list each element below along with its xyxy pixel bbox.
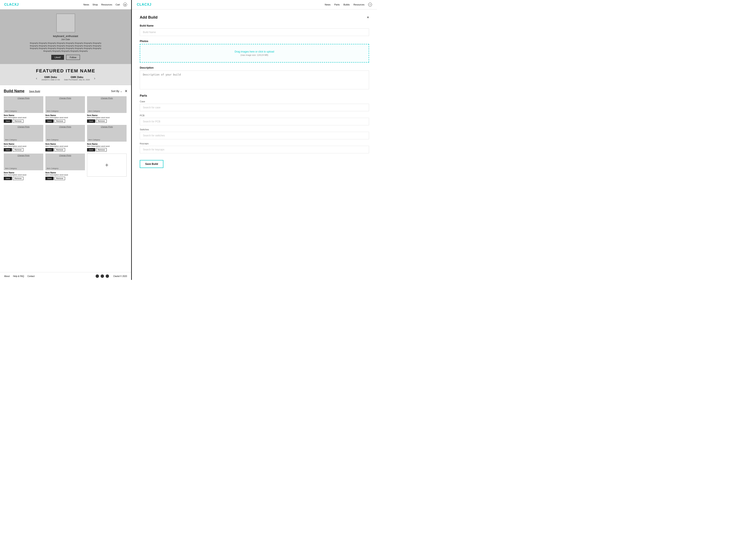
change-photo-7[interactable]: Change Photo <box>59 154 71 157</box>
case-search-input[interactable] <box>140 104 369 111</box>
item-photo-7: Change Photo Item Category <box>45 154 85 170</box>
liked-button[interactable]: Liked! <box>51 55 64 60</box>
right-logo: CLACXJ <box>137 3 152 6</box>
left-logo: CLACXJ <box>4 3 19 6</box>
change-photo-0[interactable]: Change Photo <box>18 97 30 99</box>
item-desc-7: Item Description woot woot <box>45 174 85 176</box>
featured-item-left-name: GMK Deku <box>41 76 60 79</box>
pcb-group: PCB <box>140 114 369 125</box>
build-header: Build Name Save Build Sort By ⌄ ✕ <box>4 89 127 93</box>
description-label: Description <box>140 66 369 69</box>
build-close-button[interactable]: ✕ <box>125 89 127 93</box>
item-photo-3: Change Photo Item Category <box>4 125 43 142</box>
save-build-link[interactable]: Save Build <box>29 90 40 93</box>
logo-text: CLAC <box>4 3 14 6</box>
save-item-4[interactable]: Save <box>45 148 54 152</box>
footer-about[interactable]: About <box>4 275 9 277</box>
save-build-button[interactable]: Save Build <box>140 160 163 168</box>
featured-item-right: GMK Deku Date Purchased: July 20, 2020 <box>64 76 90 81</box>
footer-help[interactable]: Help & FAQ <box>13 275 24 277</box>
item-card: Change Photo Item Category Item Name Ite… <box>4 125 43 152</box>
logo-x: X <box>14 3 17 6</box>
pcb-search-input[interactable] <box>140 118 369 125</box>
description-input[interactable] <box>140 71 369 89</box>
footer: About Help & FAQ Contact Clackd © 2020 <box>0 272 131 280</box>
switches-group: Switches <box>140 128 369 139</box>
featured-next-arrow[interactable]: › <box>94 76 95 81</box>
right-nav-resources[interactable]: Resources <box>353 3 364 6</box>
username: keyboard_enthusiast <box>53 35 78 38</box>
right-nav-parts[interactable]: Parts <box>334 3 340 6</box>
switches-search-input[interactable] <box>140 132 369 139</box>
keycaps-search-input[interactable] <box>140 146 369 153</box>
instagram-icon[interactable] <box>101 275 104 278</box>
remove-item-4[interactable]: Remove <box>54 148 65 152</box>
nav-link-news[interactable]: News <box>83 3 89 6</box>
remove-item-1[interactable]: Remove <box>54 119 65 123</box>
save-item-7[interactable]: Save <box>45 177 54 180</box>
item-name-0: Item Name <box>4 114 43 117</box>
save-item-6[interactable]: Save <box>4 177 12 180</box>
add-build-modal: Add Build × Build Name Photos Drag image… <box>132 9 377 280</box>
change-photo-2[interactable]: Change Photo <box>101 97 113 99</box>
save-item-1[interactable]: Save <box>45 119 54 123</box>
item-name-5: Item Name <box>87 143 126 145</box>
remove-item-3[interactable]: Remove <box>13 148 24 152</box>
nav-link-shop[interactable]: Shop <box>93 3 98 6</box>
facebook-icon[interactable] <box>96 275 99 278</box>
add-item-button[interactable]: + <box>87 154 126 177</box>
sort-by-label: Sort By <box>111 90 119 93</box>
item-name-3: Item Name <box>4 143 43 145</box>
keycaps-label: Keycaps <box>140 142 369 145</box>
nav-link-cart[interactable]: Cart <box>116 3 120 6</box>
pcb-label: PCB <box>140 114 369 117</box>
remove-item-6[interactable]: Remove <box>13 177 24 180</box>
change-photo-4[interactable]: Change Photo <box>59 126 71 128</box>
twitter-icon[interactable] <box>106 275 109 278</box>
item-name-2: Item Name <box>87 114 126 117</box>
item-name-1: Item Name <box>45 114 85 117</box>
search-icon[interactable]: ⚬ <box>368 3 372 6</box>
modal-close-button[interactable]: × <box>367 15 369 20</box>
item-photo-1: Change Photo Item Category <box>45 96 85 113</box>
save-item-3[interactable]: Save <box>4 148 12 152</box>
profile-section: keyboard_enthusiast Join Date Biography … <box>0 9 131 64</box>
change-photo-1[interactable]: Change Photo <box>59 97 71 99</box>
right-nav-news[interactable]: News <box>325 3 331 6</box>
remove-item-0[interactable]: Remove <box>13 119 24 123</box>
remove-item-5[interactable]: Remove <box>96 148 107 152</box>
avatar <box>56 14 75 33</box>
case-label: Case <box>140 100 369 103</box>
photo-upload-area[interactable]: Drag images here or click to upload (max… <box>140 44 369 63</box>
build-name-input[interactable] <box>140 28 369 36</box>
save-item-0[interactable]: Save <box>4 119 12 123</box>
footer-links: About Help & FAQ Contact <box>4 275 35 277</box>
left-panel: CLACXJ News Shop Resources Cart ● keyboa… <box>0 0 132 280</box>
remove-item-2[interactable]: Remove <box>96 119 107 123</box>
chevron-down-icon: ⌄ <box>120 90 122 93</box>
bio-text: Biography Biography Biography Biography … <box>26 42 105 52</box>
right-nav-builds[interactable]: Builds <box>343 3 350 6</box>
nav-link-resources[interactable]: Resources <box>101 3 112 6</box>
change-photo-6[interactable]: Change Photo <box>18 154 30 157</box>
join-date: Join Date <box>61 38 70 41</box>
user-icon[interactable]: ● <box>123 3 127 6</box>
save-item-5[interactable]: Save <box>87 148 95 152</box>
item-buttons-5: Save Remove <box>87 148 126 152</box>
change-photo-3[interactable]: Change Photo <box>18 126 30 128</box>
remove-item-7[interactable]: Remove <box>54 177 65 180</box>
footer-contact[interactable]: Contact <box>27 275 35 277</box>
item-card: Change Photo Item Category Item Name Ite… <box>45 96 85 123</box>
sort-by[interactable]: Sort By ⌄ <box>111 90 122 93</box>
featured-prev-arrow[interactable]: ‹ <box>36 76 37 81</box>
parts-label: Parts <box>140 94 369 97</box>
modal-title: Add Build <box>140 15 158 20</box>
right-logo-x: X <box>147 3 150 6</box>
featured-nav: ‹ GMK Deku Joined in x date or n/e GMK D… <box>3 76 128 81</box>
footer-social: Clackd © 2020 <box>96 275 127 278</box>
follow-button[interactable]: Follow <box>66 55 80 60</box>
save-item-2[interactable]: Save <box>87 119 95 123</box>
item-category-5: Item Category <box>88 139 100 141</box>
change-photo-5[interactable]: Change Photo <box>101 126 113 128</box>
item-card: Change Photo Item Category Item Name Ite… <box>87 96 126 123</box>
